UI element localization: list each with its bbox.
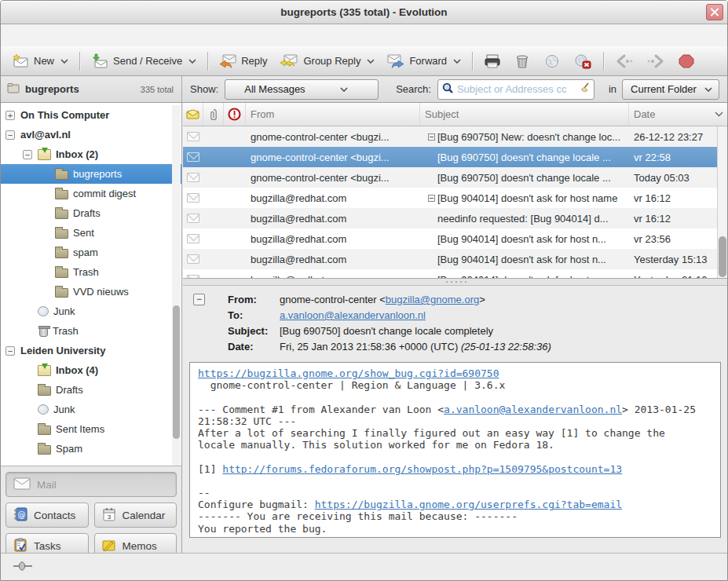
message-row[interactable]: gnome-control-center <bugzi... [Bug 6907…	[183, 126, 727, 147]
menu-item[interactable]	[59, 32, 76, 38]
sidebar-folder-item[interactable]: Drafts	[1, 203, 181, 223]
folder-icon	[38, 149, 51, 160]
sidebar-folder-item[interactable]: − Inbox (2)	[1, 144, 181, 164]
next-button[interactable]	[640, 49, 671, 73]
sidebar-folder-item[interactable]: − avl@avl.nl	[1, 125, 181, 144]
bug-url-link[interactable]: https://bugzilla.gnome.org/show_bug.cgi?…	[198, 367, 499, 379]
scope-dropdown[interactable]: Current Folder	[622, 79, 719, 100]
subject-column-header[interactable]: Subject	[420, 103, 629, 126]
folder-icon	[38, 445, 51, 455]
bugmail-prefs-link[interactable]: https://bugzilla.gnome.org/userprefs.cgi…	[315, 499, 622, 510]
sidebar-folder-item[interactable]: + On This Computer	[1, 105, 181, 125]
to-email-link[interactable]: a.vanloon@alexandervanloon.nl	[280, 309, 426, 321]
from-column-header[interactable]: From	[246, 103, 420, 126]
message-subject-cell: [Bug 690750] doesn't change locale ...	[420, 152, 629, 163]
search-input[interactable]	[454, 83, 579, 95]
new-button[interactable]: New	[5, 49, 75, 73]
body-line: gnome-control-center | Region & Language…	[198, 379, 505, 391]
calendar-button[interactable]: 3 Calendar	[94, 502, 177, 528]
clear-search-icon[interactable]	[579, 82, 590, 97]
date-column-header[interactable]: Date	[629, 103, 727, 126]
contacts-button[interactable]: @ Contacts	[5, 502, 89, 528]
pane-splitter[interactable]	[183, 279, 727, 286]
sidebar-folder-item[interactable]: Sent	[1, 223, 181, 243]
close-button[interactable]	[706, 4, 723, 20]
menu-item[interactable]	[42, 32, 59, 38]
expander-icon[interactable]: −	[5, 130, 15, 140]
date-utc: Fri, 25 Jan 2013 21:58:36 +0000 (UTC)	[280, 341, 461, 353]
menu-item[interactable]	[24, 32, 42, 38]
sidebar-folder-item[interactable]: Junk	[1, 400, 181, 419]
trash-button[interactable]	[507, 49, 537, 73]
search-icon[interactable]	[442, 82, 454, 97]
previous-button[interactable]	[609, 49, 640, 73]
forum-url-link[interactable]: http://forums.fedoraforum.org/showpost.p…	[222, 463, 622, 475]
group-reply-button[interactable]: Group Reply	[273, 49, 381, 73]
stop-button[interactable]	[671, 49, 701, 73]
folder-label: avl@avl.nl	[20, 129, 71, 141]
menu-item[interactable]	[93, 32, 111, 38]
message-list-scrollbar[interactable]	[717, 126, 727, 278]
message-row[interactable]: gnome-control-center <bugzi... [Bug 6907…	[183, 147, 727, 167]
from-suffix: >	[479, 294, 485, 305]
sidebar-folder-item[interactable]: Sent Items	[1, 419, 181, 439]
print-button[interactable]	[477, 49, 507, 73]
sidebar-folder-item[interactable]: bugreports	[1, 164, 181, 184]
expander-icon[interactable]: +	[5, 111, 15, 120]
sidebar-scrollbar[interactable]	[172, 105, 181, 466]
folder-label: Drafts	[73, 207, 101, 219]
not-junk-button[interactable]	[567, 49, 598, 73]
message-row[interactable]: bugzilla@redhat.com needinfo requested: …	[183, 208, 727, 228]
expander-icon[interactable]: −	[23, 150, 32, 159]
forward-label: Forward	[409, 55, 447, 67]
thread-toggle-icon[interactable]	[425, 133, 437, 141]
contacts-label: Contacts	[34, 510, 75, 521]
sidebar-folder-item[interactable]: commit digest	[1, 184, 181, 203]
folder-label: Trash	[53, 325, 79, 337]
folder-label: Leiden University	[20, 345, 105, 356]
menu-item[interactable]	[76, 32, 93, 38]
thread-toggle-icon[interactable]	[425, 195, 437, 202]
sidebar-folder-item[interactable]: Inbox (4)	[1, 360, 181, 380]
sidebar-toggle-handle[interactable]	[13, 561, 35, 573]
priority-column-header[interactable]	[224, 103, 246, 126]
menu-item[interactable]	[7, 32, 24, 38]
folder-icon	[38, 365, 51, 376]
menubar	[1, 24, 727, 46]
collapse-headers-button[interactable]: −	[193, 294, 205, 305]
show-dropdown[interactable]: All Messages	[225, 79, 379, 100]
message-headers: From: gnome-control-center <bugzilla@gno…	[183, 286, 727, 355]
expander-icon[interactable]: −	[5, 346, 15, 356]
sidebar-folder-item[interactable]: Drafts	[1, 380, 181, 400]
from-email-link[interactable]: bugzilla@gnome.org	[386, 294, 479, 305]
search-entry[interactable]	[437, 79, 594, 100]
message-row[interactable]: bugzilla@redhat.com [Bug 904014] doesn't…	[183, 188, 727, 208]
read-status-column-header[interactable]	[183, 103, 203, 126]
message-list-scrollbar-thumb[interactable]	[719, 236, 726, 277]
send-receive-label: Send / Receive	[113, 55, 182, 67]
folder-label: Sent Items	[56, 423, 104, 435]
sidebar-scrollbar-thumb[interactable]	[173, 305, 180, 439]
sidebar-folder-item[interactable]: Junk	[1, 301, 181, 321]
junk-button[interactable]	[537, 49, 567, 73]
forward-button[interactable]: Forward	[381, 49, 467, 73]
sidebar-folder-item[interactable]: Trash	[1, 321, 181, 341]
message-row[interactable]: bugzilla@redhat.com [Bug 904014] doesn't…	[183, 269, 727, 279]
message-row[interactable]: gnome-control-center <bugzi... [Bug 6907…	[183, 167, 727, 188]
attachment-column-header[interactable]	[203, 103, 224, 126]
sidebar-folder-item[interactable]: Spam	[1, 439, 181, 459]
message-row[interactable]: bugzilla@redhat.com [Bug 904014] doesn't…	[183, 228, 727, 249]
sidebar-folder-item[interactable]: − Leiden University	[1, 341, 181, 360]
commenter-email-link[interactable]: a.vanloon@alexandervanloon.nl	[444, 404, 622, 415]
reply-button[interactable]: Reply	[213, 49, 273, 73]
search-label: Search:	[396, 83, 431, 95]
mail-button[interactable]: Mail	[5, 472, 177, 497]
message-row[interactable]: bugzilla@redhat.com [Bug 904014] doesn't…	[183, 249, 727, 269]
menu-item[interactable]	[111, 32, 128, 38]
titlebar[interactable]: bugreports (335 total) - Evolution	[1, 1, 727, 24]
sidebar-folder-item[interactable]: spam	[1, 243, 181, 262]
sidebar-folder-item[interactable]: Trash	[1, 262, 181, 282]
show-value: All Messages	[244, 83, 305, 95]
send-receive-button[interactable]: Send / Receive	[85, 49, 203, 73]
sidebar-folder-item[interactable]: VVD nieuws	[1, 282, 181, 301]
